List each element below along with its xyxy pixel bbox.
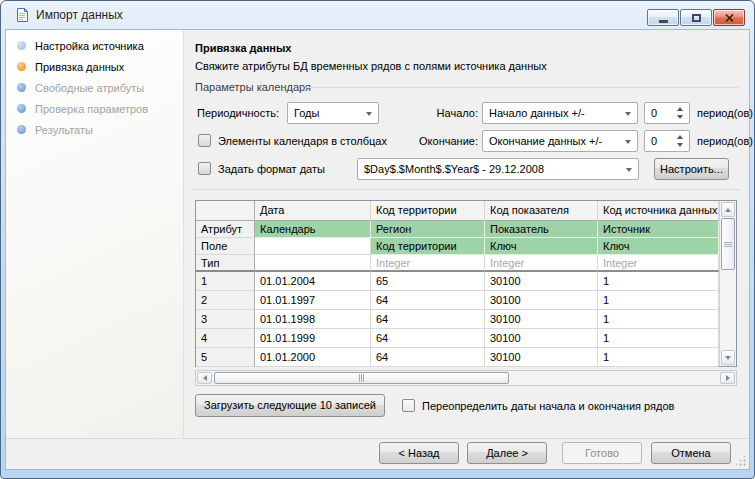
step-parameter-check[interactable]: Проверка параметров bbox=[6, 98, 183, 119]
import-data-dialog: Импорт данных Настройка источника bbox=[0, 0, 755, 479]
column-header-date[interactable]: Дата bbox=[255, 201, 371, 221]
data-cell: 64 bbox=[371, 348, 485, 367]
table-row: 5 01.01.2000 64 30100 1 bbox=[196, 348, 736, 367]
wizard-footer: < Назад Далее > Готово Отмена bbox=[6, 438, 749, 469]
step-pending-icon bbox=[17, 125, 26, 134]
end-label: Окончание: bbox=[384, 130, 478, 152]
type-cell: Integer bbox=[371, 255, 485, 272]
row-number: 3 bbox=[196, 310, 255, 329]
horizontal-scroll-thumb[interactable] bbox=[214, 372, 509, 384]
data-cell: 01.01.2004 bbox=[255, 272, 371, 291]
cancel-button[interactable]: Отмена bbox=[651, 442, 731, 464]
next-button[interactable]: Далее > bbox=[467, 442, 547, 464]
scroll-right-button[interactable] bbox=[720, 372, 735, 384]
field-cell[interactable]: Ключ bbox=[485, 238, 598, 255]
column-header-source[interactable]: Код источника данных bbox=[598, 201, 719, 221]
end-offset-value: 0 bbox=[651, 131, 657, 151]
field-cell[interactable] bbox=[255, 238, 371, 255]
date-format-value: $Day$.$Month$.$Year$ - 29.12.2008 bbox=[364, 159, 544, 179]
field-cell[interactable]: Ключ bbox=[598, 238, 719, 255]
titlebar[interactable]: Импорт данных bbox=[1, 1, 754, 29]
type-cell bbox=[255, 255, 371, 272]
load-next-records-button[interactable]: Загрузить следующие 10 записей bbox=[195, 394, 385, 417]
override-dates-label: Переопределить даты начала и окончания р… bbox=[422, 395, 674, 417]
data-cell: 30100 bbox=[485, 310, 598, 329]
table-header-row: Дата Код территории Код показателя Код и… bbox=[196, 201, 736, 221]
document-icon bbox=[14, 7, 30, 23]
type-cell: Integer bbox=[598, 255, 719, 272]
chevron-down-icon bbox=[626, 168, 632, 172]
scroll-left-icon bbox=[203, 375, 207, 381]
column-header-territory[interactable]: Код территории bbox=[371, 201, 485, 221]
step-label: Свободные атрибуты bbox=[35, 82, 144, 94]
data-cell: 01.01.1998 bbox=[255, 310, 371, 329]
maximize-button[interactable] bbox=[680, 9, 712, 26]
stepper-buttons[interactable] bbox=[674, 105, 686, 121]
data-cell: 30100 bbox=[485, 291, 598, 310]
row-header: Атрибут bbox=[196, 221, 255, 238]
attribute-cell[interactable]: Показатель bbox=[485, 221, 598, 238]
periodicity-label: Периодичность: bbox=[197, 102, 279, 124]
scroll-up-button[interactable] bbox=[721, 202, 735, 217]
configure-button[interactable]: Настроить... bbox=[654, 158, 729, 180]
attribute-row: Атрибут Календарь Регион Показатель Исто… bbox=[196, 221, 736, 238]
scroll-down-button[interactable] bbox=[721, 350, 735, 365]
field-cell[interactable]: Код территории bbox=[371, 238, 485, 255]
close-button[interactable] bbox=[713, 9, 745, 26]
table-row: 3 01.01.1998 64 30100 1 bbox=[196, 310, 736, 329]
row-number: 1 bbox=[196, 272, 255, 291]
start-mode-value: Начало данных +/- bbox=[489, 103, 585, 123]
minimize-icon bbox=[659, 20, 668, 23]
data-cell: 1 bbox=[598, 329, 719, 348]
spin-up-icon[interactable] bbox=[677, 135, 683, 139]
start-mode-select[interactable]: Начало данных +/- bbox=[482, 102, 638, 124]
chevron-down-icon bbox=[625, 140, 631, 144]
step-source-setup[interactable]: Настройка источника bbox=[6, 35, 183, 56]
start-offset-value: 0 bbox=[651, 103, 657, 123]
data-cell: 30100 bbox=[485, 348, 598, 367]
vertical-scrollbar[interactable] bbox=[719, 201, 736, 366]
end-mode-select[interactable]: Окончание данных +/- bbox=[482, 130, 638, 152]
table-row: 2 01.01.1997 64 30100 1 bbox=[196, 291, 736, 310]
vertical-scroll-thumb[interactable] bbox=[721, 218, 735, 270]
chevron-down-icon bbox=[366, 112, 372, 116]
override-dates-checkbox[interactable] bbox=[402, 399, 415, 412]
attribute-cell[interactable]: Регион bbox=[371, 221, 485, 238]
thumb-grip bbox=[359, 374, 364, 382]
back-button[interactable]: < Назад bbox=[379, 442, 459, 464]
stepper-buttons[interactable] bbox=[674, 133, 686, 149]
calendar-in-columns-checkbox[interactable] bbox=[198, 134, 211, 147]
row-number: 4 bbox=[196, 329, 255, 348]
date-format-select[interactable]: $Day$.$Month$.$Year$ - 29.12.2008 bbox=[357, 158, 639, 180]
attribute-cell[interactable]: Календарь bbox=[255, 221, 371, 238]
step-pending-icon bbox=[17, 104, 26, 113]
end-mode-value: Окончание данных +/- bbox=[489, 131, 602, 151]
column-header-indicator[interactable]: Код показателя bbox=[485, 201, 598, 221]
close-icon bbox=[725, 14, 734, 22]
start-offset-stepper[interactable]: 0 bbox=[644, 102, 690, 124]
date-format-checkbox[interactable] bbox=[198, 162, 211, 175]
type-row: Тип Integer Integer Integer bbox=[196, 255, 736, 272]
table-row: 4 01.01.1999 64 30100 1 bbox=[196, 329, 736, 348]
spin-down-icon[interactable] bbox=[677, 143, 683, 147]
spin-up-icon[interactable] bbox=[677, 107, 683, 111]
minimize-button[interactable] bbox=[647, 9, 679, 26]
data-cell: 64 bbox=[371, 329, 485, 348]
start-periods-suffix: период(ов) bbox=[697, 102, 753, 124]
resize-grip-icon[interactable] bbox=[735, 455, 747, 467]
end-offset-stepper[interactable]: 0 bbox=[644, 130, 690, 152]
attribute-cell[interactable]: Источник bbox=[598, 221, 719, 238]
periodicity-select[interactable]: Годы bbox=[287, 102, 379, 124]
row-number: 5 bbox=[196, 348, 255, 367]
horizontal-scrollbar[interactable] bbox=[195, 370, 737, 386]
step-results[interactable]: Результаты bbox=[6, 119, 183, 140]
step-free-attributes[interactable]: Свободные атрибуты bbox=[6, 77, 183, 98]
spin-down-icon[interactable] bbox=[677, 115, 683, 119]
calendar-group-label: Параметры календаря bbox=[195, 81, 311, 93]
scroll-up-icon bbox=[725, 208, 731, 212]
step-label: Настройка источника bbox=[35, 40, 144, 52]
scroll-left-button[interactable] bbox=[197, 372, 212, 384]
periodicity-value: Годы bbox=[294, 103, 319, 123]
data-cell: 30100 bbox=[485, 329, 598, 348]
step-data-binding[interactable]: Привязка данных bbox=[6, 56, 183, 77]
